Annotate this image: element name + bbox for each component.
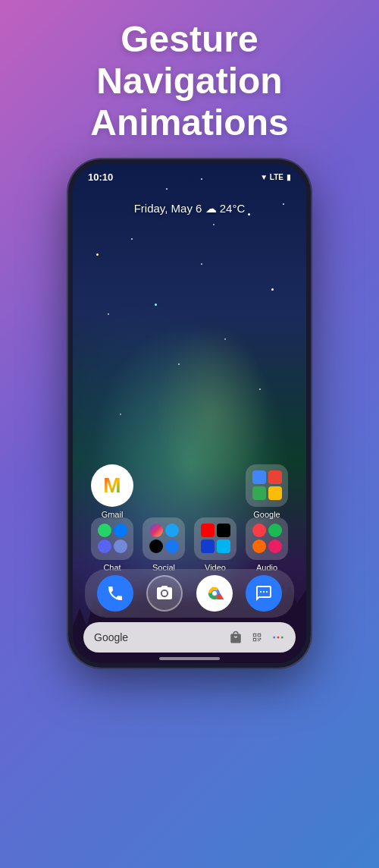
header-line3: Animations: [90, 102, 288, 143]
svg-point-9: [281, 636, 283, 638]
youtube-mini: [201, 524, 215, 537]
twitter-mini: [165, 524, 179, 537]
video-folder-icon: [194, 517, 236, 560]
disney-mini: [201, 539, 215, 553]
shopping-icon: [229, 631, 243, 644]
soundcloud-mini: [252, 539, 266, 553]
audio-folder-app[interactable]: Audio: [243, 517, 291, 572]
messages-dock-app[interactable]: [246, 575, 282, 612]
battery-icon: ▮: [287, 173, 291, 181]
google-folder-app[interactable]: Google: [243, 464, 291, 519]
assistant-icon: [271, 631, 285, 644]
netflix-mini: [217, 524, 230, 537]
chat-folder-icon: [91, 517, 133, 560]
photos-mini: [268, 470, 282, 484]
status-bar: 10:10 ▼ LTE ▮: [88, 171, 291, 183]
spacer2: [191, 464, 240, 519]
social-folder-icon: [143, 517, 185, 560]
weather-text: Friday, May 6 ☁ 24°C: [134, 202, 246, 215]
app-row-2: Chat Social: [88, 517, 291, 572]
chat-mini: [114, 539, 127, 553]
messenger-mini: [114, 524, 127, 537]
status-time: 10:10: [88, 171, 113, 183]
signal-icon: ▼ LTE: [260, 173, 283, 181]
weather-widget: Friday, May 6 ☁ 24°C: [73, 202, 306, 215]
instagram-mini: [149, 524, 163, 537]
phone-screen: 10:10 ▼ LTE ▮ Friday, May 6 ☁ 24°C M Gma…: [73, 164, 306, 663]
phone-dock-app[interactable]: [97, 575, 133, 612]
gmail-app[interactable]: M Gmail: [88, 464, 136, 519]
audio-folder-icon: [246, 517, 288, 560]
phone-mockup: 10:10 ▼ LTE ▮ Friday, May 6 ☁ 24°C M Gma…: [68, 159, 311, 675]
home-indicator: [159, 657, 220, 660]
google-folder-icon: [246, 464, 288, 507]
search-bar[interactable]: Google: [83, 622, 296, 653]
phone-dock-icon: [106, 584, 124, 602]
calendar-mini: [268, 486, 282, 500]
podcast-mini: [268, 539, 282, 553]
app-row-1: M Gmail: [88, 464, 291, 519]
chat-folder-app[interactable]: Chat: [88, 517, 136, 572]
search-text: Google: [94, 631, 229, 643]
phone-outer: 10:10 ▼ LTE ▮ Friday, May 6 ☁ 24°C M Gma…: [68, 159, 311, 668]
svg-point-7: [273, 636, 275, 638]
spacer1: [139, 464, 188, 519]
social-folder-app[interactable]: Social: [139, 517, 188, 572]
apple-music-mini: [252, 524, 266, 537]
camera-dock-icon: [155, 584, 174, 602]
video-folder-app[interactable]: Video: [191, 517, 240, 572]
search-bar-icons: [229, 631, 285, 644]
header-title: Gesture Navigation Animations: [90, 18, 288, 144]
whatsapp-mini: [98, 524, 111, 537]
svg-point-8: [277, 636, 280, 638]
header-line2: Navigation: [96, 61, 282, 101]
scan-icon: [250, 631, 264, 644]
gmail-icon: M: [91, 464, 133, 507]
dock: [85, 569, 294, 618]
discord-mini: [98, 539, 111, 553]
tiktok-mini: [149, 539, 163, 553]
status-icons: ▼ LTE ▮: [260, 173, 291, 181]
facebook-mini: [165, 539, 179, 553]
spotify-mini: [268, 524, 282, 537]
drive-mini: [252, 486, 266, 500]
header-line1: Gesture: [121, 19, 258, 59]
messages-dock-icon: [255, 584, 273, 602]
svg-point-6: [212, 591, 217, 596]
camera-dock-app[interactable]: [146, 575, 183, 612]
chrome-dock-icon: [204, 583, 225, 604]
prime-mini: [217, 539, 230, 553]
chrome-dock-app[interactable]: [196, 575, 233, 612]
maps-mini: [252, 470, 266, 484]
